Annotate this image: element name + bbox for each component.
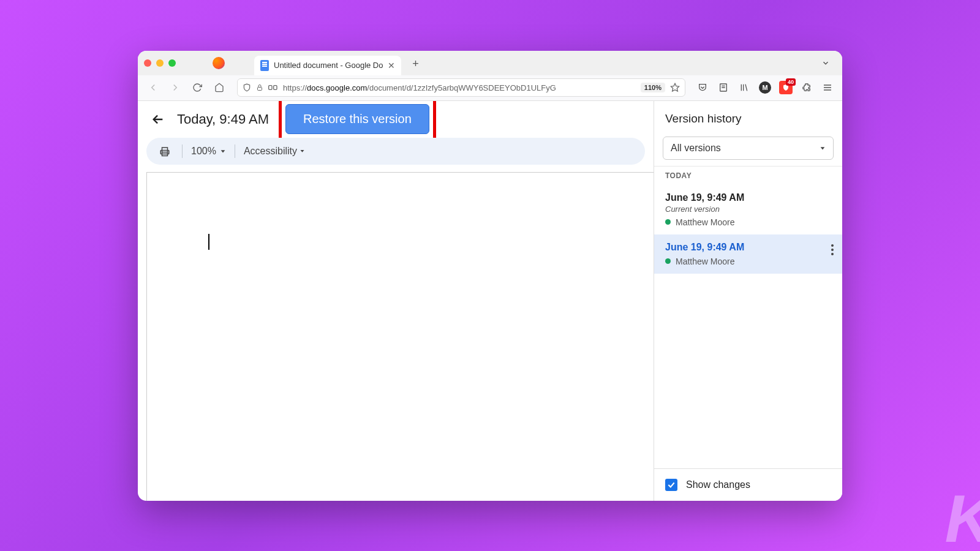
url-text: https://docs.google.com/document/d/1zzIz… <box>283 83 636 92</box>
version-editor: Matthew Moore <box>665 257 831 266</box>
svg-rect-0 <box>258 88 262 91</box>
reload-button[interactable] <box>188 78 206 97</box>
close-window-button[interactable] <box>144 59 151 67</box>
tab-title: Untitled document - Google Do <box>274 61 383 70</box>
extensions-button[interactable] <box>798 79 815 96</box>
editor-color-dot <box>665 258 671 264</box>
zoom-value: 100% <box>191 146 216 157</box>
toolbar-divider <box>182 144 183 158</box>
svg-marker-3 <box>671 83 679 91</box>
caret-down-icon <box>220 148 226 154</box>
account-button[interactable]: M <box>756 79 774 96</box>
editor-color-dot <box>665 219 671 225</box>
editor-name: Matthew Moore <box>676 217 734 227</box>
panel-footer: Show changes <box>654 468 842 501</box>
accessibility-menu[interactable]: Accessibility <box>244 146 305 157</box>
document-page[interactable] <box>146 172 654 501</box>
svg-rect-1 <box>269 86 272 90</box>
svg-marker-16 <box>221 150 225 152</box>
version-subtitle: Current version <box>665 204 831 214</box>
watermark: K <box>945 479 980 551</box>
new-tab-button[interactable]: + <box>409 58 422 71</box>
main-panel: Today, 9:49 AM Restore this version 100%… <box>138 101 654 501</box>
show-changes-checkbox[interactable] <box>665 479 677 491</box>
browser-window: Untitled document - Google Do ✕ + https:… <box>138 51 842 501</box>
permissions-icon <box>268 84 278 91</box>
svg-marker-18 <box>821 147 825 149</box>
check-icon <box>667 481 676 489</box>
version-date: June 19, 9:49 AM <box>665 192 831 203</box>
extension-badge-count: 40 <box>786 78 796 86</box>
show-changes-label: Show changes <box>686 479 750 490</box>
version-editor: Matthew Moore <box>665 217 831 227</box>
browser-tab[interactable]: Untitled document - Google Do ✕ <box>254 56 401 75</box>
version-history-panel: Version history All versions TODAY June … <box>654 101 842 501</box>
editor-name: Matthew Moore <box>676 257 734 266</box>
minimize-window-button[interactable] <box>156 59 164 67</box>
nav-back-button[interactable] <box>144 78 162 97</box>
account-avatar-icon: M <box>759 81 771 94</box>
url-toolbar: https://docs.google.com/document/d/1zzIz… <box>138 75 842 101</box>
version-filter-select[interactable]: All versions <box>663 137 834 160</box>
content-area: Today, 9:49 AM Restore this version 100%… <box>138 101 842 501</box>
firefox-icon <box>213 57 225 69</box>
zoom-select[interactable]: 100% <box>191 146 226 157</box>
doc-toolbar: 100% Accessibility <box>146 138 645 165</box>
caret-down-icon <box>820 145 826 151</box>
version-timestamp: Today, 9:49 AM <box>177 111 269 127</box>
version-item[interactable]: June 19, 9:49 AM Current version Matthew… <box>654 185 842 234</box>
svg-rect-2 <box>274 86 277 90</box>
back-button[interactable] <box>149 110 167 129</box>
caret-down-icon <box>300 148 305 154</box>
reader-view-button[interactable] <box>715 79 732 96</box>
restore-highlight-box: Restore this version <box>279 101 436 141</box>
svg-line-9 <box>745 84 747 91</box>
print-button[interactable] <box>156 143 173 160</box>
panel-title: Version history <box>665 112 831 126</box>
tab-close-button[interactable]: ✕ <box>388 61 395 70</box>
shield-icon <box>243 83 251 92</box>
address-bar[interactable]: https://docs.google.com/document/d/1zzIz… <box>237 78 685 97</box>
library-button[interactable] <box>736 79 753 96</box>
zoom-badge[interactable]: 110% <box>641 83 665 92</box>
panel-header: Version history <box>654 101 842 133</box>
home-button[interactable] <box>210 78 228 97</box>
toolbar-divider <box>235 144 235 158</box>
text-cursor <box>208 234 209 250</box>
accessibility-label: Accessibility <box>244 146 297 157</box>
maximize-window-button[interactable] <box>168 59 176 67</box>
filter-value: All versions <box>671 143 721 154</box>
nav-forward-button[interactable] <box>166 78 184 97</box>
bookmark-star-icon[interactable] <box>670 83 680 92</box>
title-bar: Untitled document - Google Do ✕ + <box>138 51 842 75</box>
ublock-icon: 40 <box>779 81 793 94</box>
tabs-dropdown-button[interactable] <box>821 59 830 67</box>
version-date: June 19, 9:49 AM <box>665 242 831 253</box>
docs-favicon-icon <box>260 60 269 71</box>
version-more-button[interactable] <box>831 244 834 255</box>
svg-marker-17 <box>301 150 304 152</box>
restore-version-button[interactable]: Restore this version <box>285 104 429 134</box>
app-menu-button[interactable] <box>819 79 836 96</box>
save-to-pocket-button[interactable] <box>694 79 711 96</box>
lock-icon <box>256 84 263 91</box>
version-item[interactable]: June 19, 9:49 AM Matthew Moore <box>654 234 842 274</box>
doc-header: Today, 9:49 AM Restore this version <box>138 101 654 138</box>
extension-button[interactable]: 40 <box>777 79 794 96</box>
group-label: TODAY <box>654 166 842 185</box>
window-controls <box>144 59 176 67</box>
